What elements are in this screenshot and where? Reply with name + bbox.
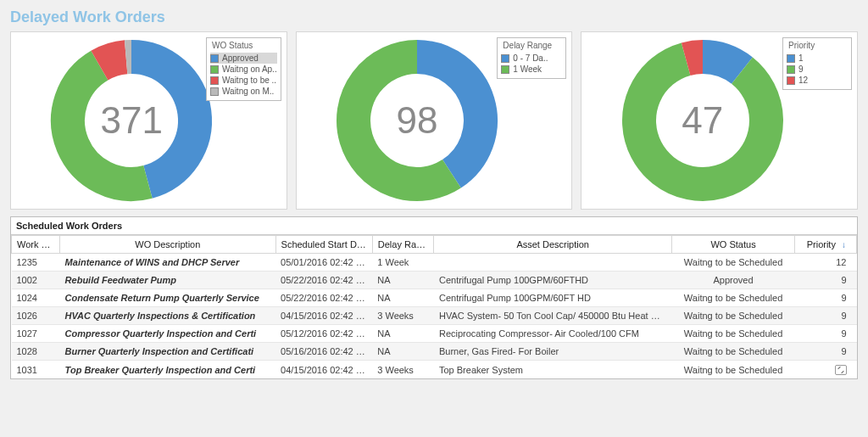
description-cell: Top Breaker Quarterly Inspection and Cer… — [60, 361, 275, 379]
col-description[interactable]: WO Description — [60, 236, 275, 254]
donut-chart[interactable]: 371 — [47, 36, 216, 205]
work-order-cell: 1024 — [12, 289, 60, 307]
col-priority-label: Priority — [807, 239, 836, 249]
donut-chart[interactable]: 98 — [332, 36, 502, 205]
work-order-cell: 1028 — [12, 343, 60, 361]
legend-swatch — [501, 65, 509, 74]
work-order-cell: 1002 — [12, 272, 60, 289]
expand-icon[interactable] — [835, 365, 847, 375]
date-cell: 04/15/2016 02:42 PM — [275, 307, 372, 325]
table-row[interactable]: 1028Burner Quarterly Inspection and Cert… — [12, 343, 857, 361]
legend-item[interactable]: 1 Week — [501, 64, 562, 75]
priority-cell: 9 — [795, 307, 857, 325]
status-cell: Waitng to be Scheduled — [671, 289, 794, 307]
priority-cell: 9 — [795, 272, 857, 289]
description-cell: Maintenance of WINS and DHCP Server — [60, 254, 275, 272]
table-row[interactable]: 1026HVAC Quarterly Inspections & Certifi… — [12, 307, 857, 325]
legend-swatch — [210, 65, 219, 74]
legend-label: Waitng on Ap.. — [222, 64, 277, 74]
donut-center-value: 47 — [682, 99, 723, 142]
col-priority[interactable]: Priority ↓ — [795, 236, 857, 254]
col-wo-status[interactable]: WO Status — [671, 236, 794, 254]
col-work-order[interactable]: Work Order — [12, 236, 60, 254]
legend-title: Priority — [787, 40, 848, 53]
delay-cell: 3 Weeks — [372, 307, 434, 325]
chart-panel-0: 371WO StatusApprovedWaitng on Ap..Waitng… — [10, 31, 287, 210]
legend-label: 12 — [798, 76, 808, 85]
legend-item[interactable]: Waitng to be .. — [210, 75, 277, 86]
donut-center-value: 371 — [101, 99, 163, 142]
description-cell: Compressor Quarterly Inspection and Cert… — [60, 325, 275, 343]
date-cell: 05/22/2016 02:42 PM — [275, 289, 372, 307]
description-cell: Condensate Return Pump Quarterly Service — [60, 289, 275, 307]
priority-cell: 9 — [795, 289, 857, 307]
legend-item[interactable]: 1 — [787, 53, 848, 64]
description-cell: Rebuild Feedwater Pump — [60, 272, 275, 289]
priority-cell: 9 — [795, 343, 857, 361]
legend-label: Waitng on M.. — [222, 87, 274, 96]
legend-label: 1 Week — [513, 64, 542, 74]
status-cell: Waitng to be Scheduled — [671, 325, 794, 343]
delay-cell: NA — [372, 325, 434, 343]
asset-cell: Top Breaker System — [434, 361, 671, 379]
asset-cell: Centrifugal Pump 100GPM/60FT HD — [434, 289, 671, 307]
date-cell: 05/12/2016 02:42 PM — [275, 325, 372, 343]
priority-cell — [795, 361, 857, 379]
legend-item[interactable]: 9 — [787, 64, 848, 75]
priority-cell: 9 — [795, 325, 857, 343]
table-row[interactable]: 1002Rebuild Feedwater Pump05/22/2016 02:… — [12, 272, 857, 289]
date-cell: 04/15/2016 02:42 PM — [275, 361, 372, 379]
asset-cell: Burner, Gas Fired- For Boiler — [434, 343, 671, 361]
asset-cell: Reciprocating Compressor- Air Cooled/100… — [434, 325, 671, 343]
legend-label: Waitng to be .. — [222, 76, 276, 85]
legend-label: 0 - 7 Da.. — [513, 53, 548, 63]
legend-item[interactable]: 0 - 7 Da.. — [501, 53, 562, 64]
legend-swatch — [787, 65, 795, 74]
legend-label: 1 — [798, 53, 804, 63]
scheduled-work-orders-panel: Scheduled Work Orders Work Order WO Desc… — [10, 216, 858, 379]
legend-swatch — [210, 76, 219, 85]
charts-row: 371WO StatusApprovedWaitng on Ap..Waitng… — [0, 31, 868, 216]
table-header-row: Work Order WO Description Scheduled Star… — [12, 236, 857, 254]
table-row[interactable]: 1031Top Breaker Quarterly Inspection and… — [12, 361, 857, 379]
chart-panel-1: 98Delay Range0 - 7 Da..1 Week — [296, 31, 573, 210]
col-delay-range[interactable]: Delay Range — [372, 236, 434, 254]
page-title: Delayed Work Orders — [0, 0, 868, 31]
date-cell: 05/22/2016 02:42 PM — [275, 272, 372, 289]
legend-swatch — [787, 76, 795, 85]
legend-item[interactable]: Waitng on Ap.. — [210, 64, 277, 75]
description-cell: HVAC Quarterly Inspections & Certificati… — [60, 307, 275, 325]
legend-item[interactable]: Waitng on M.. — [210, 86, 277, 97]
table-row[interactable]: 1235Maintenance of WINS and DHCP Server0… — [12, 254, 857, 272]
work-order-cell: 1031 — [12, 361, 60, 379]
legend-label: Approved — [222, 53, 259, 63]
priority-cell: 12 — [795, 254, 857, 272]
legend-title: WO Status — [210, 40, 277, 53]
status-cell: Waitng to be Scheduled — [671, 307, 794, 325]
table-row[interactable]: 1027Compressor Quarterly Inspection and … — [12, 325, 857, 343]
legend-swatch — [210, 54, 219, 63]
table-row[interactable]: 1024Condensate Return Pump Quarterly Ser… — [12, 289, 857, 307]
legend-item[interactable]: Approved — [210, 53, 277, 64]
legend-title: Delay Range — [501, 40, 562, 53]
date-cell: 05/16/2016 02:42 PM — [275, 343, 372, 361]
legend-label: 9 — [798, 64, 804, 74]
legend-item[interactable]: 12 — [787, 75, 848, 86]
work-orders-table: Work Order WO Description Scheduled Star… — [11, 235, 857, 378]
table-title: Scheduled Work Orders — [11, 217, 857, 235]
asset-cell: Centrifugal Pump 100GPM/60FTHD — [434, 272, 671, 289]
donut-chart[interactable]: 47 — [618, 36, 787, 205]
col-start-date[interactable]: Scheduled Start Date — [275, 236, 372, 254]
asset-cell: HVAC System- 50 Ton Cool Cap/ 450000 Btu… — [434, 307, 671, 325]
table-body: 1235Maintenance of WINS and DHCP Server0… — [12, 254, 857, 379]
work-order-cell: 1026 — [12, 307, 60, 325]
work-order-cell: 1235 — [12, 254, 60, 272]
legend-swatch — [787, 54, 795, 63]
delay-cell: 3 Weeks — [372, 361, 434, 379]
chart-panel-2: 47Priority1912 — [581, 31, 858, 210]
donut-center-value: 98 — [397, 99, 438, 142]
col-asset-description[interactable]: Asset Description — [434, 236, 671, 254]
delay-cell: 1 Week — [372, 254, 434, 272]
status-cell: Approved — [671, 272, 794, 289]
date-cell: 05/01/2016 02:42 PM — [275, 254, 372, 272]
